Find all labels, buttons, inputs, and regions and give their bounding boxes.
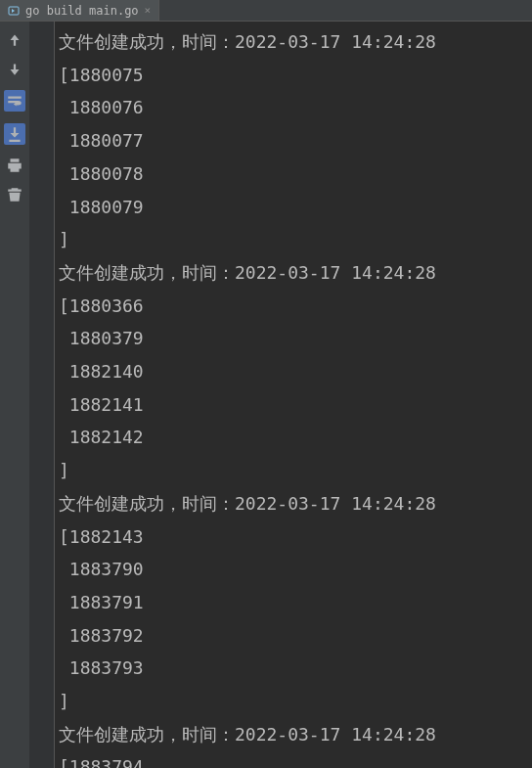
output-line: 1883793 [59, 652, 528, 685]
arrow-down-icon[interactable] [6, 61, 23, 78]
output-line: ] [59, 454, 528, 487]
output-line: ] [59, 223, 528, 256]
gutter [29, 22, 55, 768]
output-line: 文件创建成功，时间：2022-03-17 14:24:28 [59, 25, 528, 59]
soft-wrap-icon[interactable] [4, 90, 25, 112]
toolbar [0, 22, 29, 768]
output-line: 1882142 [59, 421, 528, 454]
trash-icon[interactable] [6, 186, 23, 203]
output-line: ] [59, 685, 528, 718]
content-area: 文件创建成功，时间：2022-03-17 14:24:28[1880075 18… [0, 22, 532, 768]
output-line: 1883792 [59, 619, 528, 653]
output-line: 文件创建成功，时间：2022-03-17 14:24:28 [59, 256, 528, 290]
console-output[interactable]: 文件创建成功，时间：2022-03-17 14:24:28[1880075 18… [55, 22, 532, 768]
print-icon[interactable] [6, 157, 23, 174]
arrow-up-icon[interactable] [6, 31, 23, 49]
output-line: 文件创建成功，时间：2022-03-17 14:24:28 [59, 487, 528, 520]
output-line: 1880379 [59, 322, 528, 355]
output-line: [1880075 [59, 59, 528, 92]
output-line: 1883791 [59, 586, 528, 619]
close-icon[interactable]: × [145, 4, 152, 17]
output-line: 1880078 [59, 158, 528, 191]
run-icon [8, 5, 20, 17]
output-line: 1880077 [59, 124, 528, 158]
tab-bar: go build main.go × [0, 0, 532, 22]
scroll-to-end-icon[interactable] [4, 123, 25, 145]
output-line: [1883794 [59, 750, 528, 768]
output-line: 1882140 [59, 355, 528, 388]
output-line: 1880079 [59, 191, 528, 224]
tab-label: go build main.go [25, 4, 139, 18]
output-line: 文件创建成功，时间：2022-03-17 14:24:28 [59, 718, 528, 751]
output-line: 1880076 [59, 91, 528, 124]
output-line: [1882143 [59, 520, 528, 554]
output-line: 1882141 [59, 388, 528, 422]
output-line: 1883790 [59, 553, 528, 586]
tab-run-config[interactable]: go build main.go × [0, 0, 159, 21]
output-line: [1880366 [59, 290, 528, 323]
